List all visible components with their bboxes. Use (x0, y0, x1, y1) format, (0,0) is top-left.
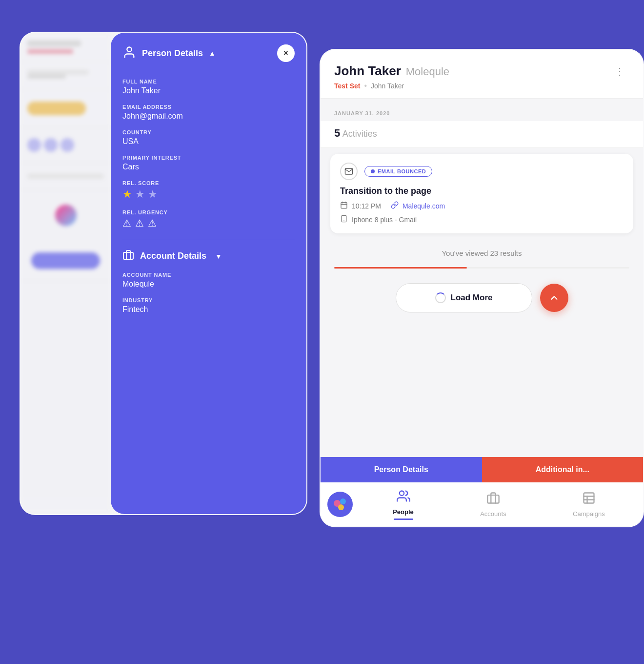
person-meta: Test Set • John Taker (334, 82, 611, 90)
meta-dot: • (364, 82, 367, 90)
activity-link-value: Malequle.com (402, 202, 445, 210)
person-icon (122, 45, 136, 61)
options-button[interactable]: ⋮ (611, 63, 629, 79)
activities-count-row: 5 Activities (321, 121, 643, 148)
accounts-tab-label: Accounts (480, 510, 506, 518)
warning-2: ⚠ (135, 217, 144, 229)
activity-card: EMAIL BOUNCED Transition to the page 10:… (330, 154, 633, 233)
account-section-header: Account Details ▼ (122, 249, 295, 263)
person-name-company: Molequle (406, 65, 449, 78)
email-bounced-dot (371, 169, 375, 173)
svg-rect-13 (487, 495, 499, 503)
activity-device: Iphone 8 plus - Gmail (340, 215, 624, 225)
left-device: Person Details ▲ × FULL NAME John Taker … (20, 32, 307, 515)
rel-urgency-label: REL. URGENCY (122, 209, 295, 215)
email-bounced-badge: EMAIL BOUNCED (364, 166, 432, 177)
activity-link: Malequle.com (391, 201, 445, 211)
activity-card-top: EMAIL BOUNCED (340, 163, 624, 180)
activity-meta: 10:12 PM Malequle.com (340, 201, 624, 211)
primary-interest-value: Cars (122, 163, 295, 171)
meta-person-name: John Taker (371, 82, 404, 90)
nav-tab-people[interactable]: People (381, 485, 425, 524)
people-icon (397, 489, 410, 506)
campaigns-tab-label: Campaigns (573, 510, 605, 518)
account-name-label: ACCOUNT NAME (122, 272, 295, 278)
link-icon (391, 201, 399, 211)
country-label: COUNTRY (122, 129, 295, 135)
people-tab-label: People (393, 508, 414, 516)
device-icon (340, 215, 348, 225)
left-sidebar (20, 33, 111, 514)
email-icon (340, 163, 358, 180)
account-name-value: Molequle (122, 280, 295, 289)
warning-3: ⚠ (148, 217, 157, 229)
load-more-section: Load More (321, 278, 643, 327)
rel-urgency-warnings: ⚠ ⚠ ⚠ (122, 217, 295, 229)
nav-tab-campaigns[interactable]: Campaigns (561, 487, 617, 521)
campaigns-icon (582, 491, 596, 508)
right-device: John Taker Molequle Test Set • John Take… (320, 49, 644, 527)
load-more-label: Load More (451, 293, 493, 303)
briefcase-icon (122, 249, 134, 263)
progress-bar (334, 267, 629, 269)
activity-time-value: 10:12 PM (352, 202, 381, 210)
panel-content: FULL NAME John Taker EMAIL ADDRESS John@… (111, 79, 306, 326)
warning-1: ⚠ (122, 217, 131, 229)
star-1: ★ (122, 188, 132, 201)
svg-point-12 (399, 491, 403, 495)
svg-rect-2 (341, 203, 347, 208)
rel-score-label: REL. SCORE (122, 180, 295, 186)
additional-info-tab[interactable]: Additional in... (482, 457, 644, 482)
activity-title: Transition to the page (340, 186, 624, 196)
email-value: John@gmail.com (122, 112, 295, 121)
email-bounced-text: EMAIL BOUNCED (378, 168, 426, 174)
panel-title: Person Details (142, 48, 203, 59)
svg-rect-14 (584, 493, 594, 503)
load-more-button[interactable]: Load More (396, 283, 532, 312)
star-2: ★ (135, 188, 145, 201)
industry-value: Fintech (122, 305, 295, 314)
chevron-down-icon: ▼ (215, 252, 222, 260)
primary-interest-label: PRIMARY INTEREST (122, 155, 295, 161)
account-section-title: Account Details (140, 251, 206, 261)
accounts-icon (486, 491, 500, 508)
nav-tab-accounts[interactable]: Accounts (468, 487, 518, 521)
full-name-value: John Taker (122, 86, 295, 95)
svg-point-10 (340, 498, 346, 504)
activities-label: Activities (342, 129, 377, 139)
panel-header-left: Person Details ▲ (122, 45, 216, 61)
person-details-tab-label: Person Details (374, 465, 428, 474)
person-details-panel: Person Details ▲ × FULL NAME John Taker … (111, 33, 306, 514)
person-details-tab[interactable]: Person Details (321, 457, 482, 482)
person-name-line: John Taker Molequle (334, 63, 611, 79)
date-label: JANUARY 31, 2020 (334, 110, 390, 116)
activities-count: 5 (334, 127, 340, 139)
bottom-section: Person Details Additional in... (321, 456, 643, 526)
viewed-results: You've viewed 23 results (321, 239, 643, 267)
star-3: ★ (148, 188, 158, 201)
country-value: USA (122, 137, 295, 146)
scroll-top-button[interactable] (540, 284, 568, 312)
person-name-main: John Taker (334, 63, 401, 79)
viewed-results-text: You've viewed 23 results (442, 249, 522, 257)
person-name-block: John Taker Molequle Test Set • John Take… (334, 63, 611, 90)
industry-label: INDUSTRY (122, 297, 295, 303)
person-details-bar: Person Details Additional in... (321, 457, 643, 482)
additional-info-tab-label: Additional in... (536, 465, 589, 474)
rel-score-stars: ★ ★ ★ (122, 188, 295, 201)
activity-time: 10:12 PM (340, 201, 381, 211)
full-name-label: FULL NAME (122, 79, 295, 84)
activity-header: John Taker Molequle Test Set • John Take… (321, 50, 643, 99)
load-spinner (435, 292, 446, 303)
people-tab-indicator (394, 519, 413, 520)
test-set-badge: Test Set (334, 82, 360, 90)
section-divider (122, 239, 295, 239)
app-logo (325, 490, 355, 519)
svg-point-0 (127, 47, 131, 52)
close-button[interactable]: × (277, 44, 295, 62)
nav-bar: People Accounts (321, 482, 643, 526)
svg-point-11 (338, 504, 344, 510)
calendar-icon (340, 201, 348, 211)
panel-header: Person Details ▲ × (111, 33, 306, 70)
device-value: Iphone 8 plus - Gmail (352, 216, 417, 224)
